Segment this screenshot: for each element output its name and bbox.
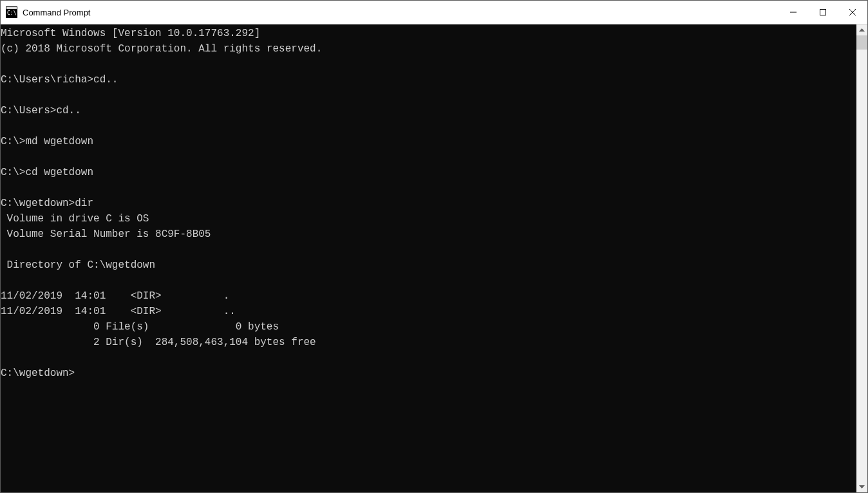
content-area: Microsoft Windows [Version 10.0.17763.29…: [1, 24, 867, 492]
cmd-icon: C:\: [6, 6, 17, 18]
svg-marker-9: [859, 485, 865, 488]
scrollbar-track[interactable]: [856, 35, 867, 481]
command-prompt-window: C:\ Command Prompt Microsoft Windows [Ve…: [0, 0, 868, 493]
maximize-button[interactable]: [808, 1, 838, 24]
vertical-scrollbar[interactable]: [856, 24, 867, 492]
svg-rect-1: [6, 7, 17, 9]
scroll-up-button[interactable]: [856, 24, 867, 35]
window-title: Command Prompt: [23, 8, 90, 17]
svg-marker-8: [859, 28, 865, 32]
scroll-down-button[interactable]: [856, 481, 867, 492]
svg-rect-5: [820, 10, 826, 15]
terminal-text: Microsoft Windows [Version 10.0.17763.29…: [1, 24, 856, 381]
window-controls: [778, 1, 867, 24]
terminal-output[interactable]: Microsoft Windows [Version 10.0.17763.29…: [1, 24, 856, 492]
close-button[interactable]: [838, 1, 867, 24]
minimize-button[interactable]: [778, 1, 808, 24]
svg-text:C:\: C:\: [7, 10, 17, 16]
titlebar[interactable]: C:\ Command Prompt: [1, 1, 867, 24]
scrollbar-thumb[interactable]: [856, 35, 867, 50]
